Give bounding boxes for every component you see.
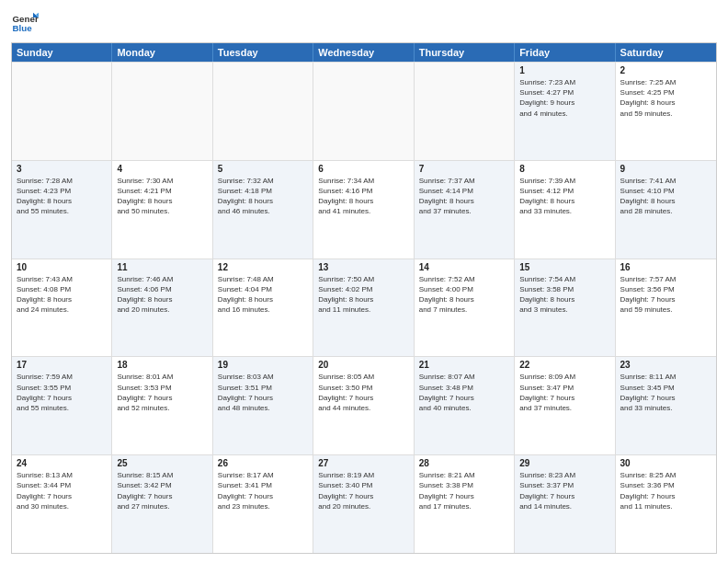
day-number: 11 — [117, 262, 207, 272]
day-number: 5 — [218, 164, 308, 174]
day-info: Sunrise: 7:34 AM Sunset: 4:16 PM Dayligh… — [318, 176, 408, 217]
day-number: 6 — [318, 164, 408, 174]
day-info: Sunrise: 8:25 AM Sunset: 3:36 PM Dayligh… — [620, 470, 711, 511]
day-cell-9: 9Sunrise: 7:41 AM Sunset: 4:10 PM Daylig… — [616, 161, 716, 259]
calendar: SundayMondayTuesdayWednesdayThursdayFrid… — [11, 42, 717, 554]
header-day-thursday: Thursday — [415, 43, 515, 62]
calendar-row-4: 24Sunrise: 8:13 AM Sunset: 3:44 PM Dayli… — [12, 454, 716, 553]
day-cell-18: 18Sunrise: 8:01 AM Sunset: 3:53 PM Dayli… — [112, 357, 212, 454]
day-number: 25 — [117, 458, 207, 468]
day-cell-7: 7Sunrise: 7:37 AM Sunset: 4:14 PM Daylig… — [415, 161, 515, 259]
day-cell-4: 4Sunrise: 7:30 AM Sunset: 4:21 PM Daylig… — [112, 161, 212, 259]
day-info: Sunrise: 8:11 AM Sunset: 3:45 PM Dayligh… — [620, 372, 711, 413]
day-number: 2 — [620, 65, 711, 75]
day-number: 7 — [419, 164, 509, 174]
day-info: Sunrise: 7:30 AM Sunset: 4:21 PM Dayligh… — [117, 176, 207, 217]
header: General Blue — [11, 9, 717, 37]
day-info: Sunrise: 8:13 AM Sunset: 3:44 PM Dayligh… — [17, 470, 107, 511]
calendar-row-3: 17Sunrise: 7:59 AM Sunset: 3:55 PM Dayli… — [12, 356, 716, 454]
calendar-header: SundayMondayTuesdayWednesdayThursdayFrid… — [12, 43, 716, 62]
day-number: 14 — [419, 262, 509, 272]
day-info: Sunrise: 7:28 AM Sunset: 4:23 PM Dayligh… — [17, 176, 107, 217]
day-cell-15: 15Sunrise: 7:54 AM Sunset: 3:58 PM Dayli… — [515, 259, 615, 357]
day-info: Sunrise: 7:41 AM Sunset: 4:10 PM Dayligh… — [620, 176, 711, 217]
day-cell-16: 16Sunrise: 7:57 AM Sunset: 3:56 PM Dayli… — [616, 259, 716, 357]
day-info: Sunrise: 7:23 AM Sunset: 4:27 PM Dayligh… — [519, 77, 609, 119]
day-number: 24 — [17, 458, 107, 468]
day-number: 29 — [519, 458, 609, 468]
empty-cell-0-1 — [112, 63, 212, 160]
day-cell-30: 30Sunrise: 8:25 AM Sunset: 3:36 PM Dayli… — [616, 455, 716, 553]
day-cell-17: 17Sunrise: 7:59 AM Sunset: 3:55 PM Dayli… — [12, 357, 112, 454]
header-day-monday: Monday — [112, 43, 212, 62]
day-info: Sunrise: 8:21 AM Sunset: 3:38 PM Dayligh… — [419, 470, 509, 511]
day-number: 10 — [17, 262, 107, 272]
day-number: 18 — [117, 360, 207, 370]
day-info: Sunrise: 7:37 AM Sunset: 4:14 PM Dayligh… — [419, 176, 509, 217]
day-info: Sunrise: 7:50 AM Sunset: 4:02 PM Dayligh… — [318, 274, 408, 316]
day-cell-26: 26Sunrise: 8:17 AM Sunset: 3:41 PM Dayli… — [213, 455, 313, 553]
day-cell-1: 1Sunrise: 7:23 AM Sunset: 4:27 PM Daylig… — [515, 63, 615, 160]
day-info: Sunrise: 8:19 AM Sunset: 3:40 PM Dayligh… — [318, 470, 408, 511]
day-number: 26 — [218, 458, 308, 468]
empty-cell-0-3 — [313, 63, 414, 160]
calendar-row-1: 3Sunrise: 7:28 AM Sunset: 4:23 PM Daylig… — [12, 160, 716, 259]
day-number: 28 — [419, 458, 509, 468]
day-cell-29: 29Sunrise: 8:23 AM Sunset: 3:37 PM Dayli… — [515, 455, 615, 553]
svg-text:Blue: Blue — [13, 23, 33, 33]
empty-cell-0-4 — [415, 63, 515, 160]
day-info: Sunrise: 7:59 AM Sunset: 3:55 PM Dayligh… — [17, 372, 107, 413]
day-info: Sunrise: 7:25 AM Sunset: 4:25 PM Dayligh… — [620, 77, 711, 119]
day-number: 12 — [218, 262, 308, 272]
day-cell-20: 20Sunrise: 8:05 AM Sunset: 3:50 PM Dayli… — [313, 357, 414, 454]
header-day-friday: Friday — [515, 43, 615, 62]
day-number: 17 — [17, 360, 107, 370]
day-cell-19: 19Sunrise: 8:03 AM Sunset: 3:51 PM Dayli… — [213, 357, 313, 454]
day-cell-25: 25Sunrise: 8:15 AM Sunset: 3:42 PM Dayli… — [112, 455, 212, 553]
logo: General Blue — [11, 9, 39, 37]
day-number: 30 — [620, 458, 711, 468]
page: General Blue SundayMondayTuesdayWednesda… — [0, 0, 728, 563]
day-cell-10: 10Sunrise: 7:43 AM Sunset: 4:08 PM Dayli… — [12, 259, 112, 357]
day-cell-6: 6Sunrise: 7:34 AM Sunset: 4:16 PM Daylig… — [313, 161, 414, 259]
day-info: Sunrise: 8:15 AM Sunset: 3:42 PM Dayligh… — [117, 470, 207, 511]
day-cell-11: 11Sunrise: 7:46 AM Sunset: 4:06 PM Dayli… — [112, 259, 212, 357]
day-cell-28: 28Sunrise: 8:21 AM Sunset: 3:38 PM Dayli… — [415, 455, 515, 553]
day-number: 9 — [620, 164, 711, 174]
day-cell-24: 24Sunrise: 8:13 AM Sunset: 3:44 PM Dayli… — [12, 455, 112, 553]
logo-icon: General Blue — [11, 9, 39, 37]
day-number: 4 — [117, 164, 207, 174]
day-number: 23 — [620, 360, 711, 370]
day-info: Sunrise: 8:09 AM Sunset: 3:47 PM Dayligh… — [519, 372, 609, 413]
day-info: Sunrise: 7:57 AM Sunset: 3:56 PM Dayligh… — [620, 274, 711, 316]
day-number: 13 — [318, 262, 408, 272]
day-info: Sunrise: 8:07 AM Sunset: 3:48 PM Dayligh… — [419, 372, 509, 413]
day-info: Sunrise: 7:48 AM Sunset: 4:04 PM Dayligh… — [218, 274, 308, 316]
header-day-wednesday: Wednesday — [313, 43, 414, 62]
day-cell-27: 27Sunrise: 8:19 AM Sunset: 3:40 PM Dayli… — [313, 455, 414, 553]
empty-cell-0-0 — [12, 63, 112, 160]
calendar-row-0: 1Sunrise: 7:23 AM Sunset: 4:27 PM Daylig… — [12, 62, 716, 160]
day-number: 1 — [519, 65, 609, 75]
day-number: 3 — [17, 164, 107, 174]
day-info: Sunrise: 7:54 AM Sunset: 3:58 PM Dayligh… — [519, 274, 609, 316]
day-cell-12: 12Sunrise: 7:48 AM Sunset: 4:04 PM Dayli… — [213, 259, 313, 357]
day-number: 16 — [620, 262, 711, 272]
day-cell-5: 5Sunrise: 7:32 AM Sunset: 4:18 PM Daylig… — [213, 161, 313, 259]
calendar-row-2: 10Sunrise: 7:43 AM Sunset: 4:08 PM Dayli… — [12, 259, 716, 357]
day-info: Sunrise: 8:17 AM Sunset: 3:41 PM Dayligh… — [218, 470, 308, 511]
day-number: 19 — [218, 360, 308, 370]
day-number: 22 — [519, 360, 609, 370]
day-number: 27 — [318, 458, 408, 468]
day-number: 20 — [318, 360, 408, 370]
calendar-body: 1Sunrise: 7:23 AM Sunset: 4:27 PM Daylig… — [12, 62, 716, 553]
day-number: 8 — [519, 164, 609, 174]
day-info: Sunrise: 8:01 AM Sunset: 3:53 PM Dayligh… — [117, 372, 207, 413]
day-cell-3: 3Sunrise: 7:28 AM Sunset: 4:23 PM Daylig… — [12, 161, 112, 259]
day-cell-21: 21Sunrise: 8:07 AM Sunset: 3:48 PM Dayli… — [415, 357, 515, 454]
day-cell-8: 8Sunrise: 7:39 AM Sunset: 4:12 PM Daylig… — [515, 161, 615, 259]
day-cell-14: 14Sunrise: 7:52 AM Sunset: 4:00 PM Dayli… — [415, 259, 515, 357]
day-cell-2: 2Sunrise: 7:25 AM Sunset: 4:25 PM Daylig… — [616, 63, 716, 160]
day-info: Sunrise: 7:46 AM Sunset: 4:06 PM Dayligh… — [117, 274, 207, 316]
empty-cell-0-2 — [213, 63, 313, 160]
